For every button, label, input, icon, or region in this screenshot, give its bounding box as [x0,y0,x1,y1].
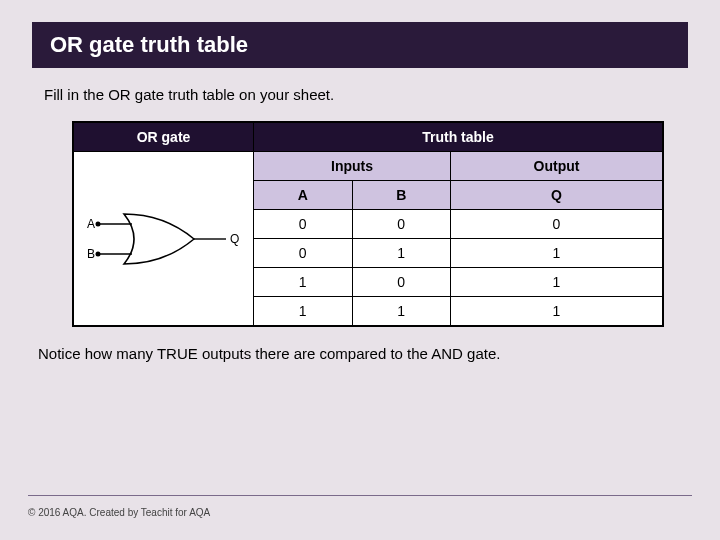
cell: 1 [451,239,663,268]
cell: 1 [451,297,663,326]
truth-table: OR gate Truth table A B Q Inputs Output [73,122,663,326]
cell: 1 [451,268,663,297]
inputs-header: Inputs [254,152,451,181]
output-header: Output [451,152,663,181]
svg-point-3 [95,251,100,256]
gate-label-a: A [87,217,95,231]
cell: 0 [352,268,451,297]
outro-text: Notice how many TRUE outputs there are c… [38,345,682,362]
intro-text: Fill in the OR gate truth table on your … [44,86,676,103]
page-title: OR gate truth table [50,32,670,58]
col-b: B [352,181,451,210]
gate-header: OR gate [74,123,254,152]
cell: 0 [352,210,451,239]
cell: 0 [254,239,353,268]
or-gate-icon: A B Q [84,184,244,294]
gate-diagram-cell: A B Q [74,152,254,326]
table-header-row-1: OR gate Truth table [74,123,663,152]
truth-header: Truth table [254,123,663,152]
cell: 1 [352,297,451,326]
col-q: Q [451,181,663,210]
gate-label-b: B [87,247,95,261]
table-header-row-2: A B Q Inputs Output [74,152,663,181]
cell: 1 [254,268,353,297]
gate-label-q: Q [230,232,239,246]
cell: 1 [254,297,353,326]
cell: 0 [451,210,663,239]
title-bar: OR gate truth table [32,22,688,68]
footer-divider [28,495,692,496]
cell: 0 [254,210,353,239]
svg-point-2 [95,221,100,226]
col-a: A [254,181,353,210]
truth-table-container: OR gate Truth table A B Q Inputs Output [72,121,664,327]
cell: 1 [352,239,451,268]
footer-text: © 2016 AQA. Created by Teachit for AQA [28,507,210,518]
